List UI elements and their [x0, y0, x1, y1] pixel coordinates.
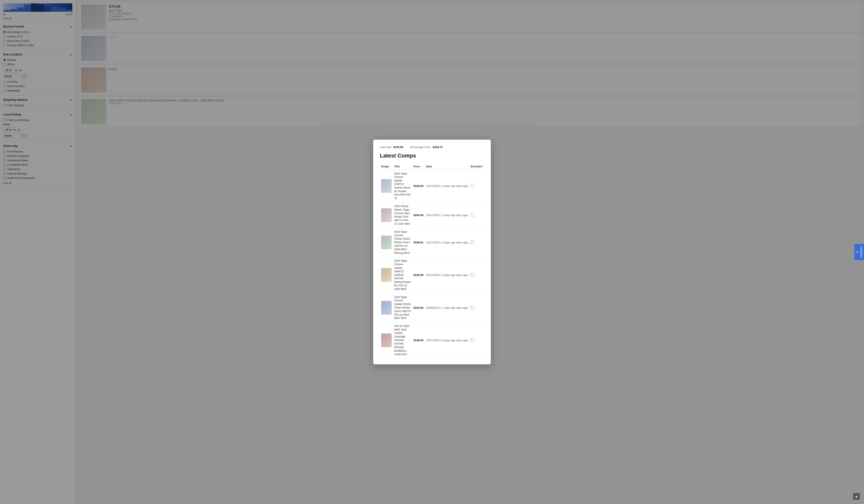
comp-exclude-cell[interactable]: [469, 202, 484, 228]
comp-exclude-cell[interactable]: [469, 257, 484, 293]
latest-comps-modal: Last Sold $105.50 All Average Price $184…: [373, 140, 491, 365]
comp-title-text: 2018 Topps Chrome Shohei Ohtani Rookie C…: [394, 230, 410, 255]
modal-last-sold: Last Sold $105.50: [380, 146, 403, 149]
comp-price-cell: $150.01: [412, 228, 425, 257]
last-sold-label: Last Sold: [380, 146, 391, 149]
comp-title-text: 2018 Topps Chrome Update #HMT32 Shohei O…: [394, 172, 411, 200]
comp-exclude-checkbox[interactable]: [471, 273, 474, 276]
col-header-exclude: Exclude?: [469, 163, 484, 170]
comp-title-cell: 2018 Topps Chrome Shohei Ohtani Rookie C…: [393, 228, 412, 257]
comp-image: [381, 236, 392, 249]
modal-overlay[interactable]: Last Sold $105.50 All Average Price $184…: [0, 0, 864, 504]
comp-date-cell: 10/08/2023 ( 7 days ago days ago): [425, 293, 469, 322]
comp-image-cell: [380, 170, 393, 202]
comp-title-cell: 2018 Topps Chrome Update Shohei Ohtani R…: [393, 293, 412, 322]
comp-row: 2018 Topps Chrome Shohei Ohtani Rookie C…: [380, 228, 484, 257]
comp-exclude-cell[interactable]: [469, 293, 484, 322]
last-sold-value: $105.50: [393, 146, 403, 149]
comp-date-cell: 10/12/2023 ( 3 days ago days ago): [425, 170, 469, 202]
comp-date-cell: 10/10/2023 ( 5 days ago days ago): [425, 257, 469, 293]
avg-price-label: All Average Price: [410, 146, 431, 149]
comp-image-inner: [381, 268, 392, 282]
comp-image: [381, 333, 392, 347]
comp-price-cell: $125.00: [412, 257, 425, 293]
col-header-title: Title: [393, 163, 412, 170]
modal-title: Latest Comps: [380, 152, 484, 159]
avg-price-value: $184.74: [433, 146, 443, 149]
comps-table: Image Title Price Date Exclude? 2018 Top…: [380, 163, 484, 359]
comp-row: 2018 Topps Chrome Update Shohei Ohtani R…: [380, 293, 484, 322]
feedback-button[interactable]: Feedback ✏: [854, 244, 864, 260]
comp-image-cell: [380, 202, 393, 228]
col-header-image: Image: [380, 163, 393, 170]
comp-image-inner: [381, 301, 392, 315]
comp-title-text: 2018 Shohei Ohtani ,Topps Chrome-1983 Ro…: [394, 205, 410, 225]
comp-image-cell: [380, 228, 393, 257]
col-header-date: Date: [425, 163, 469, 170]
col-header-price: Price: [412, 163, 425, 170]
comp-title-cell: PSA 10 GEM MINT 2018 TOPPS CHROME SHOHEI…: [393, 322, 412, 358]
comp-title-cell: 2018 Shohei Ohtani ,Topps Chrome-1983 Ro…: [393, 202, 412, 228]
comp-title-cell: 2018 Topps Chrome Update #HMT32 Shohei O…: [393, 170, 412, 202]
comp-image-cell: [380, 322, 393, 358]
modal-stats: Last Sold $105.50 All Average Price $184…: [380, 146, 484, 149]
comp-date-cell: 10/12/2023 ( 3 days ago days ago): [425, 202, 469, 228]
comp-image-inner: [381, 208, 392, 222]
comp-image-inner: [381, 333, 392, 347]
comp-price-cell: $140.50: [412, 322, 425, 358]
comp-title-cell: 2018 Topps Chrome Update #HMT32 SHOHEI O…: [393, 257, 412, 293]
comp-row: 2018 Shohei Ohtani ,Topps Chrome-1983 Ro…: [380, 202, 484, 228]
comp-exclude-checkbox[interactable]: [471, 213, 474, 217]
comp-date-cell: 10/07/2023 ( 8 days ago days ago): [425, 322, 469, 358]
feedback-icon: ✏: [855, 250, 859, 254]
comp-exclude-checkbox[interactable]: [471, 338, 474, 342]
comp-image-cell: [380, 293, 393, 322]
comp-image: [381, 301, 392, 315]
comp-image-inner: [381, 236, 392, 249]
feedback-label: Feedback: [860, 247, 863, 258]
comp-image: [381, 268, 392, 282]
comp-title-text: 2018 Topps Chrome Update #HMT32 SHOHEI O…: [394, 259, 410, 291]
comp-row: 2018 Topps Chrome Update #HMT32 SHOHEI O…: [380, 257, 484, 293]
comp-exclude-cell[interactable]: [469, 322, 484, 358]
comp-image: [381, 208, 392, 222]
comp-image-inner: [381, 179, 392, 193]
comp-exclude-checkbox[interactable]: [471, 306, 474, 309]
comp-title-text: 2018 Topps Chrome Update Shohei Ohtani R…: [394, 296, 411, 320]
comp-image-cell: [380, 257, 393, 293]
comp-row: PSA 10 GEM MINT 2018 TOPPS CHROME SHOHEI…: [380, 322, 484, 358]
page-wrapper: $0 $1000 See all Buying Format ▲ All Lis…: [0, 0, 864, 504]
comp-date-cell: 10/12/2023 ( 3 days ago days ago): [425, 228, 469, 257]
comp-image: [381, 179, 392, 193]
comp-price-cell: $105.50: [412, 170, 425, 202]
comp-exclude-checkbox[interactable]: [471, 184, 474, 187]
comp-title-text: PSA 10 GEM MINT 2018 TOPPS CHROME SHOHEI…: [394, 325, 409, 356]
comp-exclude-cell[interactable]: [469, 228, 484, 257]
comp-exclude-cell[interactable]: [469, 170, 484, 202]
comp-price-cell: $122.50: [412, 293, 425, 322]
comp-price-cell: $243.50: [412, 202, 425, 228]
comp-exclude-checkbox[interactable]: [471, 241, 474, 244]
modal-avg-price: All Average Price $184.74: [410, 146, 443, 149]
scroll-top-button[interactable]: ▲: [853, 493, 860, 500]
comp-row: 2018 Topps Chrome Update #HMT32 Shohei O…: [380, 170, 484, 202]
